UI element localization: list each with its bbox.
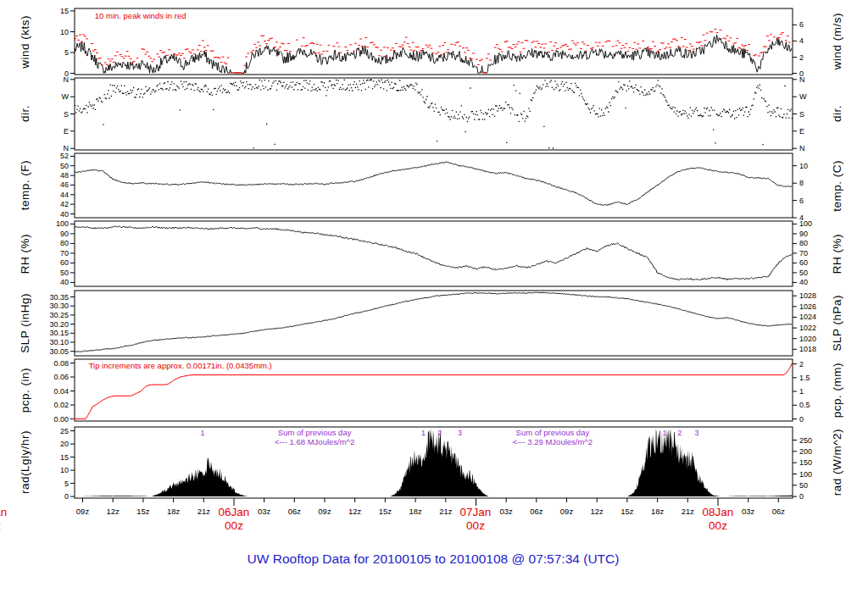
- svg-text:1020: 1020: [799, 335, 816, 343]
- svg-text:200: 200: [799, 447, 812, 456]
- svg-text:0: 0: [799, 415, 804, 424]
- svg-text:1: 1: [799, 387, 804, 396]
- svg-text:1028: 1028: [799, 291, 816, 300]
- svg-text:5: 5: [64, 48, 69, 57]
- svg-text:42: 42: [60, 200, 69, 208]
- svg-text:100: 100: [799, 470, 812, 479]
- svg-text:100: 100: [799, 219, 812, 228]
- dir-right-axis-title: dir.: [826, 78, 848, 150]
- svg-text:Sum of previous day: Sum of previous day: [516, 428, 590, 437]
- svg-text:15: 15: [60, 453, 69, 462]
- svg-text:3: 3: [694, 429, 698, 437]
- svg-text:09z: 09z: [560, 507, 574, 516]
- svg-text:5: 5: [64, 479, 69, 488]
- svg-text:1018: 1018: [799, 345, 816, 353]
- svg-text:20: 20: [60, 440, 69, 448]
- svg-text:N: N: [64, 75, 70, 84]
- date-label-07jan: 07Jan00z: [448, 506, 503, 533]
- svg-text:1022: 1022: [799, 324, 816, 332]
- svg-text:W: W: [62, 92, 70, 101]
- svg-text:6: 6: [799, 20, 804, 29]
- svg-text:1: 1: [421, 429, 426, 437]
- svg-text:18z: 18z: [651, 507, 665, 516]
- rh-left-axis-title: RH (%): [14, 221, 36, 286]
- svg-text:30.05: 30.05: [49, 347, 69, 356]
- svg-text:10 min. peak winds in red: 10 min. peak winds in red: [95, 11, 186, 20]
- svg-text:0.04: 0.04: [53, 387, 69, 396]
- svg-text:2: 2: [437, 429, 442, 437]
- rad-lgly-axis-title: rad(Lgly/hr): [14, 427, 36, 498]
- wind-ms-axis-title: wind (m/s): [826, 8, 848, 75]
- svg-text:S: S: [799, 110, 804, 119]
- temp-c-axis-title: temp. (C): [826, 153, 848, 218]
- svg-text:90: 90: [799, 230, 808, 238]
- svg-text:30.15: 30.15: [49, 329, 69, 337]
- svg-text:Sum of previous day: Sum of previous day: [278, 428, 352, 437]
- svg-text:18z: 18z: [167, 507, 181, 516]
- svg-text:2: 2: [799, 53, 804, 62]
- figure-title: UW Rooftop Data for 20100105 to 20100108…: [248, 551, 620, 567]
- svg-text:18z: 18z: [409, 507, 422, 516]
- date-label-05jan: 05Jan00z: [0, 506, 19, 533]
- svg-text:40: 40: [60, 210, 69, 219]
- svg-text:15z: 15z: [379, 507, 392, 516]
- svg-text:2: 2: [799, 360, 804, 369]
- svg-text:50: 50: [799, 269, 808, 277]
- svg-text:30.10: 30.10: [49, 338, 69, 346]
- svg-text:0.00: 0.00: [53, 415, 69, 424]
- svg-text:06z: 06z: [288, 507, 302, 516]
- svg-text:1: 1: [201, 429, 205, 437]
- slp-hpa-axis-title: SLP (hPa): [826, 291, 848, 356]
- wind-kts-axis-title: wind (kts): [14, 8, 36, 75]
- svg-text:12z: 12z: [348, 507, 362, 516]
- svg-text:100: 100: [56, 219, 69, 228]
- svg-text:50: 50: [799, 481, 808, 490]
- dir-left-axis-title: dir.: [14, 78, 36, 150]
- svg-text:46: 46: [60, 180, 69, 189]
- svg-text:15z: 15z: [136, 507, 150, 516]
- plot-area: 051015024610 min. peak winds in redNESWN…: [0, 0, 868, 593]
- svg-text:50: 50: [60, 162, 69, 170]
- svg-text:0.08: 0.08: [53, 359, 69, 368]
- svg-text:0: 0: [799, 492, 804, 501]
- svg-text:48: 48: [60, 171, 69, 180]
- svg-text:30.25: 30.25: [49, 311, 69, 319]
- svg-text:30.35: 30.35: [49, 293, 69, 302]
- svg-text:1026: 1026: [799, 302, 816, 311]
- svg-text:06z: 06z: [530, 507, 543, 516]
- svg-text:0: 0: [64, 492, 69, 501]
- svg-text:52: 52: [60, 152, 69, 160]
- svg-text:44: 44: [60, 191, 69, 199]
- svg-text:<--- 3.29 MJoules/m^2: <--- 3.29 MJoules/m^2: [513, 437, 593, 446]
- svg-text:1024: 1024: [799, 313, 816, 321]
- svg-text:09z: 09z: [318, 507, 331, 516]
- svg-text:25: 25: [60, 427, 69, 435]
- svg-text:W: W: [799, 92, 807, 101]
- svg-text:N: N: [799, 75, 805, 84]
- svg-text:150: 150: [799, 458, 812, 467]
- svg-text:1.5: 1.5: [799, 374, 810, 382]
- svg-text:60: 60: [799, 258, 808, 267]
- svg-text:10: 10: [60, 28, 69, 36]
- svg-text:E: E: [799, 127, 804, 136]
- svg-text:60: 60: [60, 258, 69, 267]
- svg-text:15: 15: [60, 7, 69, 15]
- pcp-mm-axis-title: pcp. (mm): [826, 359, 848, 421]
- svg-text:40: 40: [799, 278, 808, 286]
- svg-text:Tip increments are approx. 0.0: Tip increments are approx. 0.00171in. (0…: [89, 361, 272, 370]
- pcp-in-axis-title: pcp. (in): [14, 359, 36, 421]
- svg-text:0.06: 0.06: [53, 373, 69, 381]
- svg-text:06z: 06z: [772, 507, 786, 516]
- svg-text:40: 40: [60, 278, 69, 286]
- svg-text:80: 80: [799, 239, 808, 247]
- svg-text:90: 90: [60, 230, 69, 238]
- svg-text:0.5: 0.5: [799, 401, 810, 409]
- svg-text:80: 80: [60, 239, 69, 247]
- svg-text:0.02: 0.02: [53, 401, 69, 409]
- svg-text:250: 250: [799, 436, 812, 445]
- rad-wm2-axis-title: rad (W/m^2): [826, 427, 848, 498]
- svg-text:<--- 1.68 MJoules/m^2: <--- 1.68 MJoules/m^2: [275, 437, 354, 446]
- svg-text:N: N: [799, 144, 805, 152]
- svg-text:70: 70: [799, 249, 808, 258]
- svg-text:10: 10: [60, 466, 69, 474]
